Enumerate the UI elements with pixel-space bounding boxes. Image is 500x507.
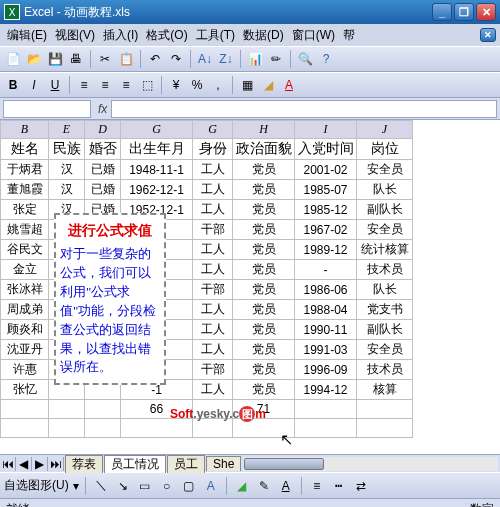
save-icon[interactable]: 💾 xyxy=(46,50,64,68)
data-cell[interactable]: 统计核算 xyxy=(357,240,413,260)
data-cell[interactable]: 周成弟 xyxy=(1,300,49,320)
data-cell[interactable]: 工人 xyxy=(193,320,233,340)
data-cell[interactable]: 工人 xyxy=(193,340,233,360)
data-cell[interactable]: 1985-12 xyxy=(295,200,357,220)
data-cell[interactable]: 党员 xyxy=(233,320,295,340)
new-icon[interactable]: 📄 xyxy=(4,50,22,68)
oval-icon[interactable]: ○ xyxy=(158,477,176,495)
data-cell[interactable]: 核算 xyxy=(357,380,413,400)
data-cell[interactable] xyxy=(357,419,413,438)
open-icon[interactable]: 📂 xyxy=(25,50,43,68)
help-icon[interactable]: ? xyxy=(317,50,335,68)
header-cell[interactable]: 岗位 xyxy=(357,139,413,160)
menu-insert[interactable]: 插入(I) xyxy=(100,25,141,46)
menu-tools[interactable]: 工具(T) xyxy=(193,25,238,46)
data-cell[interactable]: 党员 xyxy=(233,300,295,320)
data-cell[interactable]: 党员 xyxy=(233,340,295,360)
data-cell[interactable]: 党支书 xyxy=(357,300,413,320)
data-cell[interactable]: 汉 xyxy=(49,160,85,180)
data-cell[interactable]: 队长 xyxy=(357,280,413,300)
header-cell[interactable]: 婚否 xyxy=(85,139,121,160)
textbox-icon[interactable]: ▢ xyxy=(180,477,198,495)
data-cell[interactable]: 1986-06 xyxy=(295,280,357,300)
line-color-icon[interactable]: ✎ xyxy=(255,477,273,495)
arrow-style-icon[interactable]: ⇄ xyxy=(352,477,370,495)
data-cell[interactable]: 金立 xyxy=(1,260,49,280)
data-cell[interactable]: 干部 xyxy=(193,360,233,380)
data-cell[interactable]: 工人 xyxy=(193,300,233,320)
cut-icon[interactable]: ✂ xyxy=(96,50,114,68)
data-cell[interactable]: 谷民文 xyxy=(1,240,49,260)
data-cell[interactable] xyxy=(49,419,85,438)
comma-icon[interactable]: , xyxy=(209,76,227,94)
data-cell[interactable]: 姚雪超 xyxy=(1,220,49,240)
data-cell[interactable]: 安全员 xyxy=(357,160,413,180)
wordart-icon[interactable]: A xyxy=(202,477,220,495)
merge-icon[interactable]: ⬚ xyxy=(138,76,156,94)
data-cell[interactable]: 队长 xyxy=(357,180,413,200)
font-color-icon[interactable]: A xyxy=(280,76,298,94)
data-cell[interactable]: 技术员 xyxy=(357,260,413,280)
borders-icon[interactable]: ▦ xyxy=(238,76,256,94)
data-cell[interactable]: 副队长 xyxy=(357,320,413,340)
data-cell[interactable]: 董旭霞 xyxy=(1,180,49,200)
header-cell[interactable]: 出生年月 xyxy=(121,139,193,160)
data-cell[interactable]: 党员 xyxy=(233,360,295,380)
doc-close-button[interactable]: ✕ xyxy=(480,28,496,42)
data-cell[interactable]: 许惠 xyxy=(1,360,49,380)
data-cell[interactable] xyxy=(295,400,357,419)
menu-help[interactable]: 帮 xyxy=(340,25,358,46)
data-cell[interactable]: 工人 xyxy=(193,260,233,280)
data-cell[interactable]: 2001-02 xyxy=(295,160,357,180)
data-cell[interactable]: 干部 xyxy=(193,280,233,300)
italic-icon[interactable]: I xyxy=(25,76,43,94)
header-cell[interactable]: 入党时间 xyxy=(295,139,357,160)
percent-icon[interactable]: % xyxy=(188,76,206,94)
data-cell[interactable]: 安全员 xyxy=(357,340,413,360)
menu-view[interactable]: 视图(V) xyxy=(52,25,98,46)
data-cell[interactable]: 党员 xyxy=(233,240,295,260)
fx-icon[interactable]: fx xyxy=(94,102,111,116)
data-cell[interactable]: 工人 xyxy=(193,160,233,180)
data-cell[interactable] xyxy=(357,400,413,419)
column-header[interactable]: I xyxy=(295,121,357,139)
bold-icon[interactable]: B xyxy=(4,76,22,94)
horizontal-scrollbar[interactable] xyxy=(243,457,498,471)
data-cell[interactable]: 沈亚丹 xyxy=(1,340,49,360)
data-cell[interactable]: 工人 xyxy=(193,240,233,260)
data-cell[interactable]: 党员 xyxy=(233,160,295,180)
data-cell[interactable]: 1994-12 xyxy=(295,380,357,400)
chart-icon[interactable]: 📊 xyxy=(246,50,264,68)
sort-asc-icon[interactable]: A↓ xyxy=(196,50,214,68)
sheet-tab[interactable]: 荐表 xyxy=(65,455,103,473)
data-cell[interactable]: 汉 xyxy=(49,180,85,200)
header-cell[interactable]: 姓名 xyxy=(1,139,49,160)
data-cell[interactable]: 1962-12-1 xyxy=(121,180,193,200)
zoom-icon[interactable]: 🔍 xyxy=(296,50,314,68)
column-header[interactable]: H xyxy=(233,121,295,139)
data-cell[interactable]: 工人 xyxy=(193,380,233,400)
data-cell[interactable]: 张定 xyxy=(1,200,49,220)
undo-icon[interactable]: ↶ xyxy=(146,50,164,68)
align-right-icon[interactable]: ≡ xyxy=(117,76,135,94)
data-cell[interactable]: 已婚 xyxy=(85,160,121,180)
tab-last-icon[interactable]: ⏭ xyxy=(48,457,64,471)
line-style-icon[interactable]: ≡ xyxy=(308,477,326,495)
menu-edit[interactable]: 编辑(E) xyxy=(4,25,50,46)
data-cell[interactable]: 工人 xyxy=(193,200,233,220)
menu-window[interactable]: 窗口(W) xyxy=(289,25,338,46)
header-cell[interactable]: 身份 xyxy=(193,139,233,160)
header-cell[interactable]: 民族 xyxy=(49,139,85,160)
data-cell[interactable]: 工人 xyxy=(193,180,233,200)
copy-icon[interactable]: 📋 xyxy=(117,50,135,68)
sheet-tab[interactable]: 员工情况 xyxy=(104,455,166,473)
minimize-button[interactable]: _ xyxy=(432,3,452,21)
column-header[interactable]: D xyxy=(85,121,121,139)
data-cell[interactable]: 党员 xyxy=(233,260,295,280)
data-cell[interactable]: 1996-09 xyxy=(295,360,357,380)
column-header[interactable]: J xyxy=(357,121,413,139)
fill-color-icon[interactable]: ◢ xyxy=(259,76,277,94)
data-cell[interactable]: 于炳君 xyxy=(1,160,49,180)
data-cell[interactable] xyxy=(85,400,121,419)
dash-style-icon[interactable]: ┅ xyxy=(330,477,348,495)
